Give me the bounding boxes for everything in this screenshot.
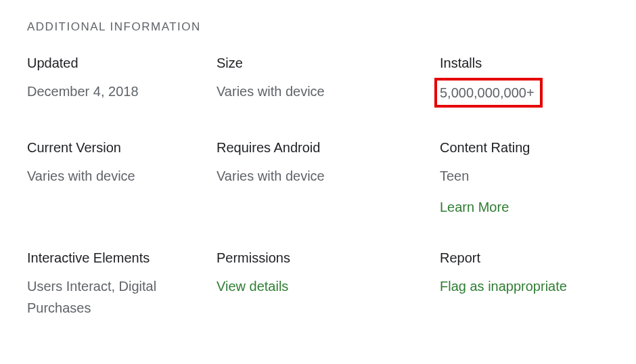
- section-title: ADDITIONAL INFORMATION: [27, 20, 609, 34]
- info-label: Updated: [27, 55, 217, 71]
- info-value: Teen: [440, 165, 609, 187]
- info-grid: Updated December 4, 2018 Size Varies wit…: [27, 55, 609, 319]
- info-item-permissions: Permissions View details: [217, 250, 440, 319]
- info-value: Varies with device: [27, 165, 217, 187]
- info-item-installs: Installs 5,000,000,000+: [440, 55, 609, 108]
- info-label: Permissions: [217, 250, 440, 266]
- view-details-link[interactable]: View details: [217, 275, 440, 297]
- info-value-highlighted: 5,000,000,000+: [434, 78, 543, 108]
- info-item-interactive-elements: Interactive Elements Users Interact, Dig…: [27, 250, 217, 319]
- info-label: Requires Android: [217, 140, 440, 156]
- info-label: Interactive Elements: [27, 250, 217, 266]
- info-label: Installs: [440, 55, 609, 71]
- info-item-current-version: Current Version Varies with device: [27, 140, 217, 218]
- info-item-requires-android: Requires Android Varies with device: [217, 140, 440, 218]
- info-value: Varies with device: [217, 81, 440, 102]
- info-value: Users Interact, Digital Purchases: [27, 275, 217, 319]
- info-label: Current Version: [27, 140, 217, 156]
- info-label: Size: [217, 55, 440, 71]
- info-value: December 4, 2018: [27, 81, 217, 102]
- info-label: Content Rating: [440, 140, 609, 156]
- info-value: Varies with device: [217, 165, 440, 187]
- flag-inappropriate-link[interactable]: Flag as inappropriate: [440, 275, 609, 297]
- info-item-updated: Updated December 4, 2018: [27, 55, 217, 108]
- info-item-size: Size Varies with device: [217, 55, 440, 108]
- info-label: Report: [440, 250, 609, 266]
- info-item-report: Report Flag as inappropriate: [440, 250, 609, 319]
- learn-more-link[interactable]: Learn More: [440, 196, 609, 218]
- info-item-content-rating: Content Rating Teen Learn More: [440, 140, 609, 218]
